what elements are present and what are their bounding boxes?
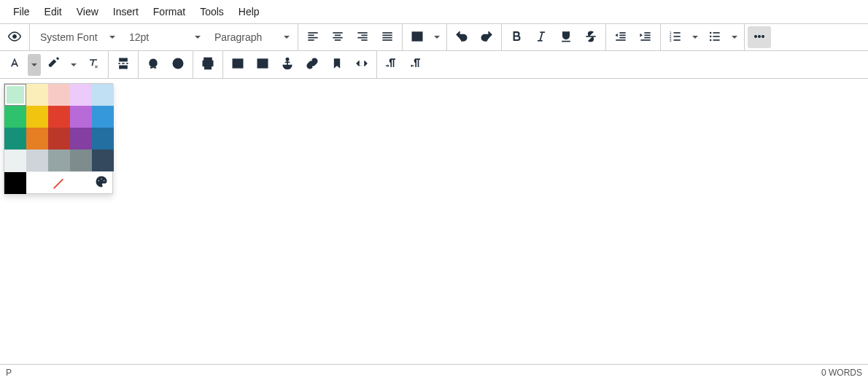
editor-content-area[interactable] bbox=[0, 83, 868, 362]
eye-icon bbox=[7, 29, 22, 46]
svg-point-53 bbox=[176, 62, 177, 63]
svg-point-66 bbox=[101, 178, 102, 179]
color-swatch[interactable] bbox=[48, 106, 70, 128]
color-swatch[interactable] bbox=[4, 128, 26, 150]
underline-button[interactable] bbox=[554, 26, 578, 48]
insert-codesample-button[interactable]: ; bbox=[350, 54, 373, 76]
undo-button[interactable] bbox=[450, 26, 473, 48]
align-justify-button[interactable] bbox=[376, 26, 399, 48]
text-color-button[interactable] bbox=[3, 54, 26, 76]
color-swatch[interactable] bbox=[92, 106, 114, 128]
text-color-picker-popup bbox=[4, 83, 113, 194]
print-icon bbox=[201, 56, 215, 73]
code-sample-icon: ; bbox=[354, 56, 369, 73]
menu-tools[interactable]: Tools bbox=[193, 1, 231, 22]
color-swatch[interactable] bbox=[92, 84, 114, 106]
svg-point-61 bbox=[286, 58, 288, 61]
element-path[interactable]: P bbox=[6, 368, 12, 378]
unordered-list-button[interactable] bbox=[703, 26, 726, 48]
color-swatch[interactable] bbox=[48, 150, 70, 171]
anchor-icon bbox=[280, 56, 295, 73]
text-color-menu-button[interactable] bbox=[28, 54, 41, 76]
unordered-list-menu-button[interactable] bbox=[728, 26, 741, 48]
page-break-button[interactable] bbox=[112, 54, 135, 76]
strikethrough-button[interactable] bbox=[579, 26, 602, 48]
ordered-list-menu-button[interactable] bbox=[689, 26, 702, 48]
table-menu-button[interactable] bbox=[430, 26, 443, 48]
print-button[interactable] bbox=[196, 54, 220, 76]
ordered-list-button[interactable]: 123 bbox=[664, 26, 687, 48]
outdent-button[interactable] bbox=[609, 26, 632, 48]
color-swatch[interactable] bbox=[70, 106, 92, 128]
preview-button[interactable] bbox=[3, 26, 26, 48]
chevron-down-icon bbox=[31, 59, 38, 71]
block-format-value: Paragraph bbox=[214, 31, 262, 43]
align-right-button[interactable] bbox=[351, 26, 374, 48]
insert-image-button[interactable] bbox=[226, 54, 249, 76]
color-swatch[interactable] bbox=[4, 84, 26, 106]
clear-formatting-button[interactable]: ✕ bbox=[82, 54, 105, 76]
bold-button[interactable] bbox=[505, 26, 528, 48]
redo-button[interactable] bbox=[475, 26, 498, 48]
color-swatch[interactable] bbox=[70, 84, 92, 106]
color-swatch[interactable] bbox=[26, 128, 48, 150]
palette-icon bbox=[94, 174, 109, 191]
ltr-button[interactable] bbox=[380, 54, 403, 76]
special-character-button[interactable] bbox=[142, 54, 165, 76]
insert-link-button[interactable] bbox=[301, 54, 324, 76]
insert-media-button[interactable] bbox=[251, 54, 274, 76]
font-size-select[interactable]: 12pt bbox=[122, 26, 206, 48]
svg-point-47 bbox=[762, 35, 764, 37]
svg-text:;: ; bbox=[360, 61, 362, 66]
strikethrough-icon bbox=[584, 29, 598, 46]
color-swatch[interactable] bbox=[26, 84, 48, 106]
color-swatch[interactable] bbox=[26, 106, 48, 128]
highlight-icon bbox=[47, 56, 61, 73]
italic-icon bbox=[534, 29, 549, 46]
color-swatch[interactable] bbox=[48, 84, 70, 106]
bg-color-button[interactable] bbox=[42, 54, 66, 76]
menu-edit[interactable]: Edit bbox=[37, 1, 69, 22]
svg-point-42 bbox=[710, 31, 712, 34]
insert-anchor-button[interactable] bbox=[276, 54, 299, 76]
color-swatch[interactable] bbox=[70, 150, 92, 171]
color-swatch[interactable] bbox=[26, 150, 48, 171]
block-format-select[interactable]: Paragraph bbox=[207, 26, 295, 48]
color-black-button[interactable] bbox=[4, 172, 26, 193]
menu-format[interactable]: Format bbox=[146, 1, 193, 22]
emoji-button[interactable] bbox=[166, 54, 190, 76]
menu-help[interactable]: Help bbox=[231, 1, 267, 22]
color-swatch[interactable] bbox=[70, 128, 92, 150]
clear-format-icon: ✕ bbox=[86, 56, 101, 73]
indent-button[interactable] bbox=[634, 26, 657, 48]
word-count[interactable]: 0 WORDS bbox=[821, 368, 862, 378]
font-family-select[interactable]: System Font bbox=[33, 26, 120, 48]
menubar: File Edit View Insert Format Tools Help bbox=[0, 0, 868, 23]
bg-color-menu-button[interactable] bbox=[67, 54, 80, 76]
chevron-down-icon bbox=[691, 31, 699, 43]
font-size-value: 12pt bbox=[129, 31, 149, 43]
color-swatch[interactable] bbox=[4, 150, 26, 171]
remove-color-button[interactable] bbox=[26, 172, 90, 193]
svg-point-44 bbox=[710, 39, 712, 41]
italic-button[interactable] bbox=[530, 26, 553, 48]
redo-icon bbox=[479, 29, 494, 46]
align-left-button[interactable] bbox=[301, 26, 325, 48]
align-justify-icon bbox=[380, 29, 395, 46]
menu-file[interactable]: File bbox=[6, 1, 37, 22]
color-swatch[interactable] bbox=[92, 150, 114, 171]
menu-insert[interactable]: Insert bbox=[106, 1, 146, 22]
menu-view[interactable]: View bbox=[69, 1, 106, 22]
svg-point-54 bbox=[179, 62, 181, 63]
color-swatch[interactable] bbox=[4, 106, 26, 128]
table-button[interactable] bbox=[406, 26, 429, 48]
insert-bookmark-button[interactable] bbox=[325, 54, 349, 76]
color-swatch[interactable] bbox=[92, 128, 114, 150]
rtl-icon bbox=[409, 56, 424, 73]
align-center-button[interactable] bbox=[326, 26, 349, 48]
color-swatch[interactable] bbox=[48, 128, 70, 150]
custom-color-button[interactable] bbox=[90, 172, 112, 193]
more-toolbar-button[interactable] bbox=[748, 26, 771, 48]
align-center-icon bbox=[330, 29, 345, 46]
rtl-button[interactable] bbox=[405, 54, 428, 76]
